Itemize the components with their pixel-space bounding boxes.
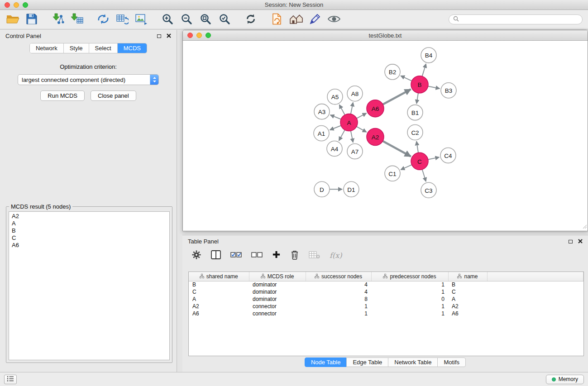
add-button[interactable] — [272, 249, 281, 261]
mcds-result-item[interactable]: C — [9, 234, 169, 242]
minimize-window-button[interactable] — [14, 2, 19, 8]
table-row[interactable]: Adominator80A — [189, 295, 583, 303]
apply-style-button[interactable] — [308, 12, 322, 27]
import-network-button[interactable] — [51, 12, 65, 27]
cell-predecessor-nodes: 1 — [371, 310, 448, 317]
network-canvas[interactable]: B4B2BB3A5A8A6B1A3AC2A1A2A4A7CC4C1C3DD1 — [183, 41, 588, 231]
mcds-result-item[interactable]: A6 — [9, 242, 169, 249]
search-field[interactable] — [449, 14, 583, 24]
graph-edge-B-B1[interactable] — [416, 93, 418, 104]
optimization-select[interactable]: largest connected component (directed) — [18, 74, 159, 85]
graph-edge-B-B3[interactable] — [428, 86, 440, 89]
graph-edge-A-A2[interactable] — [357, 127, 367, 132]
new-table-button[interactable] — [115, 12, 129, 27]
column-header-label: successor nodes — [321, 273, 362, 280]
table-row[interactable]: Cdominator41C — [189, 288, 583, 295]
show-graphics-details-button[interactable] — [327, 12, 341, 27]
function-builder-button[interactable]: f(x) — [330, 249, 342, 261]
refresh-view-button[interactable] — [244, 12, 258, 27]
memory-status-icon — [552, 377, 556, 381]
graph-node-label-B4: B4 — [425, 52, 433, 59]
cell-shared-name: A — [189, 295, 249, 303]
network-minimize-button[interactable] — [196, 33, 202, 38]
close-panel-icon[interactable] — [167, 33, 171, 39]
cell-filler — [487, 295, 583, 303]
graph-edge-A2-C[interactable] — [383, 141, 411, 157]
close-panel-button[interactable]: Close panel — [91, 91, 136, 101]
zoom-fit-button[interactable] — [198, 12, 213, 27]
cell-successor-nodes: 1 — [306, 310, 371, 317]
float-table-panel-icon[interactable] — [569, 240, 573, 243]
graph-edge-A-A5[interactable] — [339, 105, 345, 115]
graph-edge-A-A6[interactable] — [357, 113, 367, 119]
column-header-label: shared name — [206, 273, 238, 280]
column-header-successor-nodes[interactable]: successor nodes — [306, 272, 371, 281]
memory-button[interactable]: Memory — [546, 375, 584, 384]
zoom-in-button[interactable] — [160, 12, 175, 27]
graph-edge-A-A8[interactable] — [351, 102, 353, 114]
graph-edge-B-B4[interactable] — [422, 64, 426, 76]
mcds-result-item[interactable]: B — [9, 227, 169, 234]
graph-edge-C-C3[interactable] — [422, 169, 426, 181]
first-neighbors-button[interactable] — [289, 12, 303, 27]
graph-edge-C-C4[interactable] — [428, 157, 440, 159]
table-settings-button[interactable] — [191, 249, 201, 261]
resize-grip-icon[interactable] — [583, 224, 587, 230]
delete-selected-button[interactable] — [290, 249, 299, 261]
open-recent-session-button[interactable] — [270, 12, 284, 27]
tab-node-table[interactable]: Node Table — [305, 357, 347, 367]
task-history-button[interactable] — [4, 375, 17, 384]
graph-edge-C-C1[interactable] — [401, 165, 412, 170]
control-panel-title: Control Panel — [5, 33, 41, 39]
table-tabs: Node TableEdge TableNetwork TableMotifs — [182, 357, 588, 367]
close-table-panel-icon[interactable] — [578, 238, 583, 245]
tab-select[interactable]: Select — [89, 43, 118, 53]
graph-edge-A6-B[interactable] — [383, 89, 411, 104]
tab-style[interactable]: Style — [64, 43, 89, 53]
run-mcds-button[interactable]: Run MCDS — [40, 91, 85, 101]
column-header-predecessor-nodes[interactable]: predecessor nodes — [371, 272, 448, 281]
cell-shared-name: B — [189, 281, 249, 288]
tab-edge-table[interactable]: Edge Table — [346, 357, 388, 367]
zoom-out-button[interactable] — [179, 12, 194, 27]
network-close-button[interactable] — [187, 33, 193, 38]
network-zoom-button[interactable] — [206, 33, 211, 38]
table-row[interactable]: A2connector11A2 — [189, 303, 583, 310]
search-input[interactable] — [462, 16, 578, 23]
tab-network-table[interactable]: Network Table — [388, 357, 438, 367]
network-graph[interactable]: B4B2BB3A5A8A6B1A3AC2A1A2A4A7CC4C1C3DD1 — [183, 41, 588, 231]
graph-edge-A-A3[interactable] — [330, 115, 341, 119]
mcds-result-item[interactable]: A2 — [9, 213, 169, 220]
close-window-button[interactable] — [5, 2, 10, 8]
column-sort-icon — [315, 273, 319, 280]
mcds-result-item[interactable]: A — [9, 220, 169, 227]
zoom-window-button[interactable] — [23, 2, 28, 8]
graph-edge-B-B2[interactable] — [401, 76, 412, 81]
save-session-button[interactable] — [24, 12, 39, 27]
delete-table-button[interactable] — [309, 249, 320, 261]
select-all-rows-button[interactable] — [230, 249, 242, 261]
tab-network[interactable]: Network — [30, 43, 64, 53]
table-row[interactable]: A6connector11A6 — [189, 310, 583, 317]
export-image-button[interactable] — [134, 12, 148, 27]
new-network-button[interactable] — [96, 12, 110, 27]
import-network-from-file-icon — [52, 13, 64, 26]
column-browse-button[interactable] — [211, 249, 221, 261]
graph-edge-A-A7[interactable] — [351, 131, 353, 143]
graph-edge-A-A4[interactable] — [339, 130, 345, 141]
import-table-button[interactable] — [70, 12, 84, 27]
graph-edge-A-A1[interactable] — [330, 126, 341, 130]
column-sort-icon — [261, 273, 265, 280]
column-header-mcds-role[interactable]: MCDS role — [249, 272, 306, 281]
checked-boxes-icon — [230, 251, 242, 260]
open-session-button[interactable] — [5, 12, 20, 27]
deselect-all-rows-button[interactable] — [251, 249, 263, 261]
float-panel-icon[interactable] — [157, 34, 161, 38]
graph-edge-C-C2[interactable] — [416, 141, 418, 152]
zoom-selected-button[interactable] — [217, 12, 232, 27]
tab-mcds[interactable]: MCDS — [118, 43, 147, 53]
column-header-shared-name[interactable]: shared name — [189, 272, 249, 281]
table-row[interactable]: Bdominator41B — [189, 281, 583, 288]
column-header-name[interactable]: name — [448, 272, 487, 281]
tab-motifs[interactable]: Motifs — [437, 357, 466, 367]
